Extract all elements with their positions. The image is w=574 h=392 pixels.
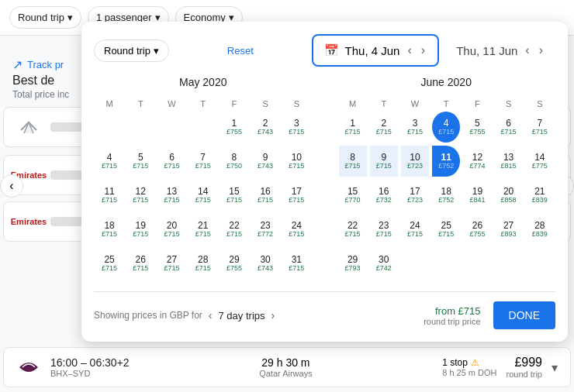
table-row[interactable]: 13£715 <box>156 178 187 212</box>
trip-days-next-button[interactable]: › <box>271 309 275 322</box>
table-row[interactable]: 28£715 <box>188 246 219 280</box>
table-row[interactable]: 14£775 <box>524 144 555 178</box>
trip-type-button[interactable]: Round trip ▾ <box>9 6 81 29</box>
table-row[interactable]: 12£715 <box>125 178 156 212</box>
table-row[interactable]: 3£715 <box>399 110 430 144</box>
table-row[interactable]: 24£715 <box>399 212 430 246</box>
table-row[interactable]: 2£715 <box>368 110 399 144</box>
qatar-times-col: 16:00 – 06:30+2 BHX–SYD <box>50 356 130 378</box>
depart-date-display[interactable]: 📅 Thu, 4 Jun ‹ › <box>312 34 440 67</box>
table-row[interactable]: 12£774 <box>462 144 493 178</box>
airline-logo-1 <box>16 115 41 139</box>
price-summary: from £715 round trip price <box>424 305 480 326</box>
june-calendar: June 2020 M T W T F S S 1£7152£7153£7154… <box>337 76 556 280</box>
table-row[interactable]: 8£715 <box>337 144 368 178</box>
table-row[interactable]: 1£755 <box>219 110 250 144</box>
table-row[interactable]: 2£743 <box>250 110 281 144</box>
table-row[interactable]: 18£752 <box>430 178 462 212</box>
table-row[interactable]: 4£715 <box>430 110 462 144</box>
table-row[interactable]: 31£715 <box>281 246 312 280</box>
table-row[interactable]: 13£815 <box>493 144 524 178</box>
table-row[interactable]: 16£732 <box>368 178 399 212</box>
day-header-t2: T <box>188 98 219 110</box>
expand-flight-button[interactable]: ▾ <box>552 360 558 375</box>
table-row[interactable]: 23£715 <box>368 212 399 246</box>
table-row <box>94 110 125 144</box>
table-row[interactable]: 30£743 <box>250 246 281 280</box>
calendars-container: May 2020 M T W T F S S 1£7552£7433£7154£… <box>94 76 555 280</box>
table-row[interactable]: 28£839 <box>524 212 555 246</box>
table-row[interactable]: 24£715 <box>281 212 312 246</box>
table-row[interactable]: 16£715 <box>250 178 281 212</box>
table-row <box>524 246 555 280</box>
table-row[interactable]: 6£715 <box>493 110 524 144</box>
table-row[interactable]: 27£715 <box>156 246 187 280</box>
calendar-icon: 📅 <box>324 43 339 57</box>
depart-prev-button[interactable]: ‹ <box>406 42 413 59</box>
table-row[interactable]: 17£715 <box>281 178 312 212</box>
trip-type-label: Round trip <box>18 12 64 23</box>
table-row[interactable]: 15£770 <box>337 178 368 212</box>
prev-results-button[interactable]: ‹ <box>0 174 23 198</box>
table-row[interactable]: 21£839 <box>524 178 555 212</box>
flight-card-qatar[interactable]: 16:00 – 06:30+2 BHX–SYD 29 h 30 m Qatar … <box>3 347 571 387</box>
table-row[interactable]: 22£715 <box>219 212 250 246</box>
qatar-airline-name: Qatar Airways <box>139 369 434 378</box>
table-row[interactable]: 6£715 <box>156 144 187 178</box>
table-row[interactable]: 25£715 <box>430 212 462 246</box>
table-row[interactable]: 3£715 <box>281 110 312 144</box>
trip-days-prev-button[interactable]: ‹ <box>209 309 213 322</box>
table-row[interactable]: 10£723 <box>399 144 430 178</box>
table-row[interactable]: 4£715 <box>94 144 125 178</box>
warning-icon: ⚠ <box>471 357 479 368</box>
table-row[interactable]: 8£750 <box>219 144 250 178</box>
qatar-price: £999 <box>507 356 542 370</box>
footer-left: Showing prices in GBP for ‹ 7 day trips … <box>94 309 275 322</box>
day-header-w: W <box>156 98 187 110</box>
table-row[interactable]: 22£715 <box>337 212 368 246</box>
table-row[interactable]: 19£841 <box>462 178 493 212</box>
table-row[interactable]: 25£715 <box>94 246 125 280</box>
table-row[interactable]: 11£752 <box>430 144 462 178</box>
table-row[interactable]: 5£715 <box>125 144 156 178</box>
table-row[interactable]: 20£858 <box>493 178 524 212</box>
table-row <box>125 110 156 144</box>
table-row[interactable]: 26£755 <box>462 212 493 246</box>
table-row[interactable]: 7£715 <box>524 110 555 144</box>
table-row[interactable]: 29£755 <box>219 246 250 280</box>
table-row <box>399 246 430 280</box>
table-row <box>156 110 187 144</box>
return-prev-button[interactable]: ‹ <box>524 42 531 59</box>
table-row[interactable]: 30£742 <box>368 246 399 280</box>
table-row[interactable]: 11£715 <box>94 178 125 212</box>
calendar-roundtrip-button[interactable]: Round trip ▾ <box>94 40 169 62</box>
table-row[interactable]: 19£715 <box>125 212 156 246</box>
table-row[interactable]: 10£715 <box>281 144 312 178</box>
table-row[interactable]: 1£715 <box>337 110 368 144</box>
table-row[interactable]: 5£755 <box>462 110 493 144</box>
track-price-label: Track pr <box>27 59 64 70</box>
day-header-w: W <box>399 98 430 110</box>
table-row[interactable]: 7£715 <box>188 144 219 178</box>
table-row[interactable]: 9£743 <box>250 144 281 178</box>
table-row[interactable]: 14£715 <box>188 178 219 212</box>
table-row[interactable]: 27£893 <box>493 212 524 246</box>
total-price-sublabel: Total price inc <box>12 89 69 100</box>
table-row[interactable]: 9£715 <box>368 144 399 178</box>
table-row[interactable]: 26£715 <box>125 246 156 280</box>
table-row[interactable]: 20£715 <box>156 212 187 246</box>
table-row[interactable]: 15£715 <box>219 178 250 212</box>
depart-next-button[interactable]: › <box>420 42 427 59</box>
footer-right: from £715 round trip price DONE <box>424 301 555 329</box>
table-row[interactable]: 18£715 <box>94 212 125 246</box>
return-next-button[interactable]: › <box>538 42 545 59</box>
qatar-flight-times: 16:00 – 06:30+2 <box>50 356 130 369</box>
showing-prices-label: Showing prices in GBP for <box>94 310 202 321</box>
reset-button[interactable]: Reset <box>227 45 254 57</box>
table-row[interactable]: 29£793 <box>337 246 368 280</box>
table-row[interactable]: 23£772 <box>250 212 281 246</box>
table-row[interactable]: 21£715 <box>188 212 219 246</box>
may-title: May 2020 <box>94 76 313 88</box>
table-row[interactable]: 17£723 <box>399 178 430 212</box>
done-button[interactable]: DONE <box>493 301 555 329</box>
